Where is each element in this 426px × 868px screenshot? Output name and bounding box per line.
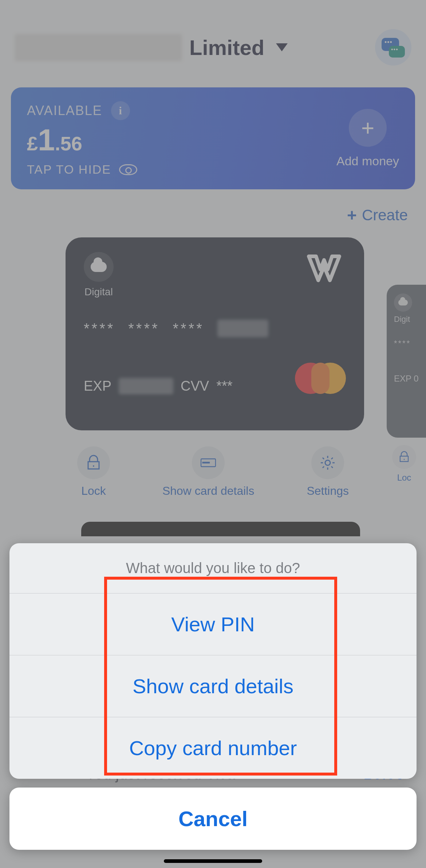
card-exp-cvv: EXP CVV *** (84, 378, 233, 394)
account-name-redacted (15, 34, 182, 61)
chevron-down-icon (276, 43, 288, 51)
cloud-icon (398, 300, 408, 305)
apple-wallet-button-peek[interactable] (81, 522, 360, 536)
gear-icon (319, 454, 336, 471)
plus-icon: + (347, 205, 357, 225)
account-selector[interactable]: Limited (15, 34, 288, 61)
payment-card-next[interactable]: Digit **** EXP 0 (387, 285, 426, 438)
viva-logo-icon (302, 252, 346, 285)
tap-to-hide[interactable]: TAP TO HIDE (27, 162, 137, 177)
card-settings-button[interactable]: Settings (307, 446, 349, 498)
action-sheet: What would you like to do? View PIN Show… (0, 543, 426, 868)
lock-icon (398, 451, 410, 463)
cancel-button[interactable]: Cancel (9, 788, 417, 850)
add-money-button[interactable]: + (349, 109, 387, 147)
chat-button[interactable] (375, 29, 411, 66)
lock-card-button-next[interactable] (392, 445, 416, 469)
action-sheet-title: What would you like to do? (9, 543, 417, 593)
card-number: **** **** **** (84, 320, 346, 337)
card-number-partial: **** (394, 339, 426, 348)
card-type-badge (394, 293, 412, 312)
mastercard-icon (295, 363, 346, 394)
view-pin-option[interactable]: View PIN (9, 593, 417, 655)
create-label: Create (362, 206, 408, 224)
payment-card[interactable]: Digital **** **** **** EXP CVV *** (66, 237, 364, 430)
card-last4-redacted (217, 320, 268, 337)
chat-icon-secondary (389, 46, 405, 58)
create-card-link[interactable]: + Create (347, 205, 408, 225)
account-suffix: Limited (189, 35, 264, 60)
svg-rect-1 (203, 462, 209, 463)
show-card-details-option[interactable]: Show card details (9, 655, 417, 717)
cloud-icon (91, 262, 107, 272)
balance-card[interactable]: AVAILABLE i £1.56 TAP TO HIDE + Add mone… (11, 87, 415, 189)
lock-card-button[interactable]: Lock (77, 446, 110, 498)
card-exp-redacted (119, 378, 173, 394)
plus-icon: + (361, 117, 374, 139)
info-icon[interactable]: i (111, 101, 130, 120)
card-details-icon (200, 454, 217, 471)
card-actions-row: Lock Show card details Settings (0, 441, 426, 498)
balance-amount: £1.56 (27, 125, 137, 155)
card-actions-next: Loc (382, 445, 426, 483)
card-exp-partial: EXP 0 (394, 374, 426, 384)
card-type-badge (84, 252, 114, 282)
show-card-details-button[interactable]: Show card details (162, 446, 255, 498)
home-indicator[interactable] (164, 859, 262, 863)
lock-icon (85, 454, 102, 471)
card-type-label: Digital (84, 286, 113, 298)
copy-card-number-option[interactable]: Copy card number (9, 717, 417, 779)
add-money-label: Add money (336, 154, 399, 168)
balance-label: AVAILABLE (27, 103, 102, 118)
header: Limited (0, 0, 426, 80)
card-carousel[interactable]: Digital **** **** **** EXP CVV *** (0, 237, 426, 441)
svg-point-2 (325, 460, 330, 465)
eye-icon (119, 164, 137, 175)
card-type-label: Digit (394, 315, 426, 324)
